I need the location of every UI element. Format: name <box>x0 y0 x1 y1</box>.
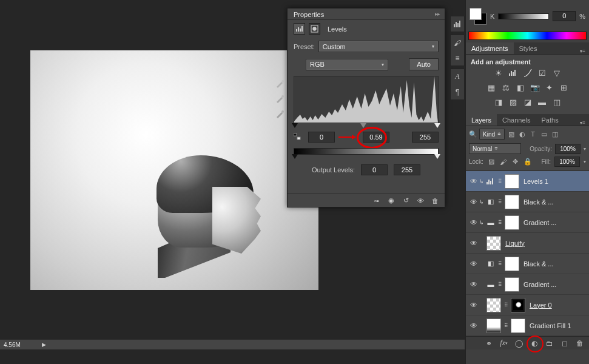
layer-name[interactable]: Gradient Fill 1 <box>530 322 586 329</box>
new-group-icon[interactable]: 🗀 <box>545 339 554 348</box>
gray-point-eyedropper-icon[interactable] <box>275 93 285 103</box>
tab-styles[interactable]: Styles <box>514 42 543 54</box>
brush-presets-icon[interactable]: ≡ <box>453 53 463 63</box>
color-lookup-icon[interactable]: ⊞ <box>559 83 570 92</box>
layer-row[interactable]: 👁 ↳ ▬ ⠿ Gradient ... <box>466 212 589 233</box>
brightness-contrast-icon[interactable]: ☀ <box>493 68 504 78</box>
posterize-icon[interactable]: ▨ <box>508 97 519 107</box>
layer-name[interactable]: Liquify <box>505 240 586 247</box>
layer-row[interactable]: 👁 ⠿ Layer 0 <box>466 295 589 315</box>
visibility-icon[interactable]: 👁 <box>469 177 479 186</box>
link-layers-icon[interactable]: ⚭ <box>484 339 493 348</box>
wb-toggle-icon[interactable] <box>294 132 301 142</box>
visibility-icon[interactable]: 👁 <box>469 322 479 330</box>
vibrance-icon[interactable]: ▽ <box>551 68 562 78</box>
input-black-field[interactable]: 0 <box>308 132 335 143</box>
delete-layer-icon[interactable]: 🗑 <box>575 339 584 348</box>
color-ramp[interactable] <box>468 32 587 40</box>
white-input-handle[interactable] <box>434 123 440 128</box>
layers-menu-icon[interactable]: ▾≡ <box>576 120 589 126</box>
layer-row[interactable]: 👁 ▬ ⠿ Gradient ... <box>466 274 589 295</box>
curves-icon[interactable] <box>522 68 533 78</box>
view-previous-icon[interactable]: ◉ <box>385 195 397 206</box>
layer-style-icon[interactable]: fx▾ <box>499 339 508 348</box>
tab-adjustments[interactable]: Adjustments <box>466 42 514 54</box>
brush-panel-icon[interactable]: 🖌 <box>453 38 463 48</box>
channel-dropdown[interactable]: RGB▾ <box>306 59 388 70</box>
threshold-icon[interactable]: ◪ <box>522 97 533 107</box>
collapse-icon[interactable]: ▸▸ <box>430 11 445 17</box>
lock-transparent-icon[interactable]: ▨ <box>487 158 496 166</box>
mask-thumb[interactable] <box>511 318 525 333</box>
lock-pixels-icon[interactable]: 🖌 <box>499 158 508 166</box>
filter-pixel-icon[interactable]: ▧ <box>507 130 516 139</box>
white-output-handle[interactable] <box>434 154 440 159</box>
gradient-map-icon[interactable]: ▬ <box>537 97 548 107</box>
exposure-icon[interactable]: ☑ <box>537 68 548 78</box>
visibility-icon[interactable]: 👁 <box>469 301 479 309</box>
invert-icon[interactable]: ◨ <box>493 97 504 107</box>
hue-sat-icon[interactable]: ▦ <box>486 83 497 92</box>
visibility-icon[interactable]: 👁 <box>469 239 479 248</box>
histogram[interactable] <box>294 76 439 123</box>
tab-channels[interactable]: Channels <box>497 114 536 126</box>
delete-adjustment-icon[interactable]: 🗑 <box>429 195 441 206</box>
auto-button[interactable]: Auto <box>409 58 439 70</box>
gamma-input-handle[interactable] <box>360 123 366 128</box>
input-handles[interactable] <box>294 123 439 129</box>
new-layer-icon[interactable]: ◻ <box>560 339 569 348</box>
filter-shape-icon[interactable]: ▭ <box>539 130 548 139</box>
character-panel-icon[interactable]: A <box>453 72 463 82</box>
layer-name[interactable]: Gradient ... <box>523 219 586 226</box>
selective-color-icon[interactable]: ◫ <box>551 97 562 107</box>
layer-row[interactable]: 👁 Liquify <box>466 233 589 254</box>
mask-thumb[interactable] <box>505 277 519 292</box>
input-white-field[interactable]: 255 <box>412 132 439 143</box>
filter-type-icon[interactable]: T <box>528 130 537 139</box>
levels-adjustment-icon[interactable] <box>294 23 305 35</box>
blend-mode-dropdown[interactable]: Normal≑ <box>469 143 521 154</box>
mask-icon[interactable] <box>309 23 320 35</box>
smart-object-thumb[interactable] <box>486 236 501 251</box>
layer-name[interactable]: Layer 0 <box>530 302 586 309</box>
tab-paths[interactable]: Paths <box>536 114 564 126</box>
input-gamma-field[interactable]: 0.59 <box>363 132 389 143</box>
visibility-icon[interactable]: 👁 <box>469 198 479 206</box>
layer-name[interactable]: Gradient ... <box>523 281 586 288</box>
layer-row[interactable]: 👁 ◧ ⠿ Black & ... <box>466 254 589 274</box>
k-value-field[interactable]: 0 <box>553 11 576 21</box>
color-balance-icon[interactable]: ⚖ <box>500 83 511 92</box>
fill-thumb[interactable] <box>486 318 501 333</box>
properties-tab[interactable]: Properties <box>288 9 330 19</box>
channel-mixer-icon[interactable]: ✦ <box>544 83 555 92</box>
visibility-icon[interactable]: 👁 <box>469 218 479 227</box>
filter-smart-icon[interactable]: ◫ <box>550 130 559 139</box>
clip-to-layer-icon[interactable]: ▫▪ <box>371 195 383 206</box>
black-output-handle[interactable] <box>292 154 298 159</box>
black-white-icon[interactable]: ◧ <box>515 83 526 92</box>
output-black-field[interactable]: 0 <box>361 164 388 175</box>
levels-icon[interactable] <box>508 68 519 78</box>
visibility-icon[interactable]: 👁 <box>469 280 479 289</box>
histogram-panel-icon[interactable] <box>453 19 463 29</box>
layer-name[interactable]: Levels 1 <box>523 178 586 185</box>
layer-name[interactable]: Black & ... <box>523 198 586 206</box>
new-adjustment-layer-icon[interactable]: ◐ <box>530 339 539 348</box>
layer-name[interactable]: Black & ... <box>523 260 586 268</box>
mask-thumb[interactable] <box>505 195 519 209</box>
output-gradient[interactable] <box>294 148 439 155</box>
fg-bg-swatch[interactable] <box>470 8 486 25</box>
image-thumb[interactable] <box>486 298 501 312</box>
black-input-handle[interactable] <box>292 123 298 128</box>
paragraph-panel-icon[interactable]: ¶ <box>453 87 463 97</box>
mask-thumb[interactable] <box>505 174 519 189</box>
layer-row[interactable]: 👁 ↳ ◧ ⠿ Black & ... <box>466 192 589 212</box>
mask-thumb[interactable] <box>511 298 525 312</box>
white-point-eyedropper-icon[interactable] <box>275 109 285 118</box>
layer-row[interactable]: 👁 ↳ ⠿ Levels 1 <box>466 171 589 192</box>
black-point-eyedropper-icon[interactable] <box>275 78 285 88</box>
opacity-field[interactable]: 100% <box>555 144 581 154</box>
add-mask-icon[interactable]: ◯ <box>514 339 523 348</box>
visibility-icon[interactable]: 👁 <box>469 260 479 268</box>
mask-thumb[interactable] <box>505 257 519 271</box>
